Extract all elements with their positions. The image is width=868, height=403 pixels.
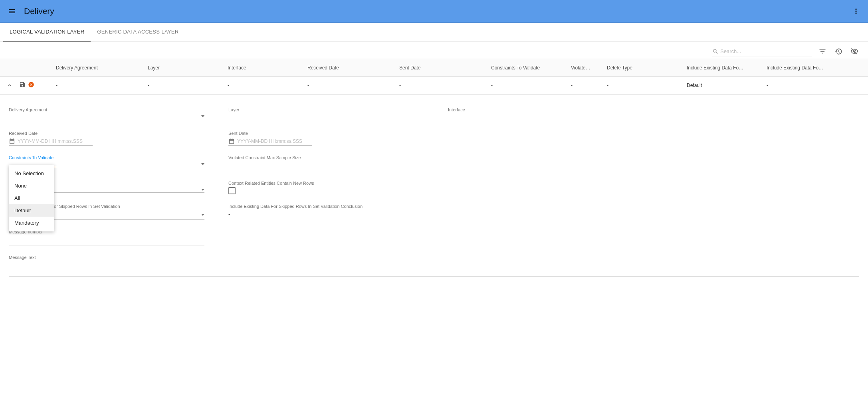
chevron-down-icon xyxy=(201,189,204,191)
label-context-related: Context Related Entities Contain New Row… xyxy=(228,181,424,186)
field-message-number[interactable]: Message number xyxy=(9,229,204,245)
data-table: Delivery Agreement Layer Interface Recei… xyxy=(0,59,868,95)
detail-form: Delivery Agreement Layer - Interface - xyxy=(0,95,868,294)
label-violated-max: Violated Constraint Max Sample Size xyxy=(228,155,424,160)
field-interface: Interface - xyxy=(448,107,644,121)
col-delivery-agreement[interactable]: Delivery Agreement xyxy=(51,65,143,71)
checkbox-context-related[interactable] xyxy=(228,187,236,194)
search-icon xyxy=(712,48,719,55)
value-layer: - xyxy=(228,114,424,121)
cell-delete-type: - xyxy=(602,83,682,88)
tab-generic-data-access-layer[interactable]: GENERIC DATA ACCESS LAYER xyxy=(91,23,185,41)
cell-interface: - xyxy=(223,83,303,88)
cell-constraints: - xyxy=(486,83,566,88)
field-layer: Layer - xyxy=(228,107,424,121)
save-icon xyxy=(19,81,26,88)
label-received-date: Received Date xyxy=(9,131,204,136)
hamburger-icon xyxy=(8,7,16,15)
cell-received-date: - xyxy=(303,83,394,88)
chevron-down-icon xyxy=(201,163,204,165)
value-interface: - xyxy=(448,114,644,121)
constraints-dropdown: No Selection None All Default Mandatory xyxy=(9,165,54,231)
label-sent-date: Sent Date xyxy=(228,131,424,136)
option-no-selection[interactable]: No Selection xyxy=(9,167,54,180)
input-violated-max[interactable] xyxy=(228,162,424,171)
table-header-row: Delivery Agreement Layer Interface Recei… xyxy=(0,59,868,77)
visibility-off-button[interactable] xyxy=(849,46,860,57)
input-message-text[interactable] xyxy=(9,261,859,277)
col-include-existing-2[interactable]: Include Existing Data Fo… xyxy=(762,65,868,71)
input-message-number[interactable] xyxy=(9,236,204,245)
cell-include-existing-1: Default xyxy=(682,83,762,88)
calendar-icon xyxy=(9,138,15,144)
option-all[interactable]: All xyxy=(9,192,54,204)
label-delivery-agreement: Delivery Agreement xyxy=(9,107,204,112)
field-constraints-to-validate[interactable]: Constraints To Validate No Selection Non… xyxy=(9,155,204,167)
field-sent-date: Sent Date xyxy=(228,131,424,146)
history-icon xyxy=(834,47,842,55)
save-button[interactable] xyxy=(19,81,26,89)
field-context-related: Context Related Entities Contain New Row… xyxy=(228,181,424,194)
collapse-button[interactable] xyxy=(0,82,19,89)
more-vert-icon xyxy=(852,7,860,15)
label-layer: Layer xyxy=(228,107,424,112)
col-violate[interactable]: Violate… xyxy=(566,65,602,71)
sent-date-input[interactable] xyxy=(228,137,312,146)
cell-delivery-agreement: - xyxy=(51,83,143,88)
field-received-date: Received Date xyxy=(9,131,204,146)
cell-include-existing-2: - xyxy=(762,83,868,88)
col-delete-type[interactable]: Delete Type xyxy=(602,65,682,71)
cell-violate: - xyxy=(566,83,602,88)
history-button[interactable] xyxy=(833,46,844,57)
tabs: LOGICAL VALIDATION LAYER GENERIC DATA AC… xyxy=(0,23,868,42)
received-date-input[interactable] xyxy=(9,137,93,146)
search-input[interactable] xyxy=(719,47,812,56)
option-default[interactable]: Default xyxy=(9,204,54,217)
col-interface[interactable]: Interface xyxy=(223,65,303,71)
tab-logical-validation-layer[interactable]: LOGICAL VALIDATION LAYER xyxy=(3,23,91,41)
field-delivery-agreement[interactable]: Delivery Agreement xyxy=(9,107,204,119)
value-include-existing-conclusion: - xyxy=(228,210,424,218)
search-field[interactable] xyxy=(712,46,812,57)
field-violated-max[interactable]: Violated Constraint Max Sample Size xyxy=(228,155,424,171)
label-constraints: Constraints To Validate xyxy=(9,155,204,160)
chevron-down-icon xyxy=(201,115,204,117)
sent-date-text[interactable] xyxy=(237,138,312,144)
label-interface: Interface xyxy=(448,107,644,112)
table-row[interactable]: - - - - - - - - Default - xyxy=(0,77,868,94)
chevron-down-icon xyxy=(201,214,204,216)
field-message-text[interactable]: Message Text xyxy=(9,255,859,278)
option-none[interactable]: None xyxy=(9,180,54,192)
cancel-icon xyxy=(28,81,34,88)
visibility-off-icon xyxy=(850,47,858,55)
filter-icon xyxy=(818,47,826,55)
option-mandatory[interactable]: Mandatory xyxy=(9,217,54,229)
col-constraints[interactable]: Constraints To Validate xyxy=(486,65,566,71)
app-bar: Delivery xyxy=(0,0,868,23)
col-received-date[interactable]: Received Date xyxy=(303,65,394,71)
filter-button[interactable] xyxy=(817,46,828,57)
col-sent-date[interactable]: Sent Date xyxy=(394,65,486,71)
cell-layer: - xyxy=(143,83,223,88)
field-include-existing-conclusion: Include Existing Data For Skipped Rows I… xyxy=(228,204,424,218)
calendar-icon xyxy=(228,138,235,144)
cell-sent-date: - xyxy=(394,83,486,88)
page-title: Delivery xyxy=(24,6,54,16)
label-message-text: Message Text xyxy=(9,255,859,260)
menu-button[interactable] xyxy=(5,4,19,18)
col-include-existing-1[interactable]: Include Existing Data Fo… xyxy=(682,65,762,71)
cancel-button[interactable] xyxy=(28,81,34,89)
label-include-existing-conclusion: Include Existing Data For Skipped Rows I… xyxy=(228,204,424,209)
table-toolbar xyxy=(0,42,868,59)
chevron-up-icon xyxy=(6,82,13,89)
received-date-text[interactable] xyxy=(18,138,93,144)
more-button[interactable] xyxy=(849,4,863,18)
col-layer[interactable]: Layer xyxy=(143,65,223,71)
